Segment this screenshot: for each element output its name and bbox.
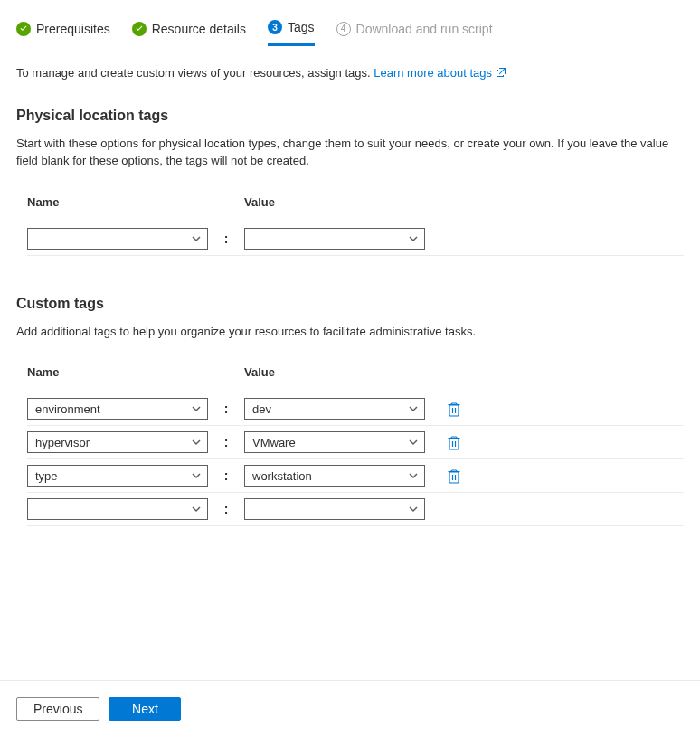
physical-tags-header: Name Value <box>27 195 684 209</box>
separator: : <box>208 468 244 483</box>
column-value-header: Value <box>244 365 275 379</box>
separator: : <box>208 231 244 246</box>
intro-text: To manage and create custom views of you… <box>16 64 684 82</box>
custom-tag-value-combobox[interactable]: VMware <box>244 431 425 453</box>
combobox-value: environment <box>35 402 100 416</box>
chevron-down-icon <box>191 470 202 481</box>
wizard-steps: Prerequisites Resource details 3 Tags 4 … <box>16 16 684 46</box>
chevron-down-icon <box>408 470 419 481</box>
step-download-run-script[interactable]: 4 Download and run script <box>336 18 493 45</box>
external-link-icon <box>496 65 506 76</box>
chevron-down-icon <box>408 504 419 515</box>
separator: : <box>208 502 244 516</box>
learn-more-link[interactable]: Learn more about tags <box>374 66 506 80</box>
custom-tag-value-combobox[interactable]: dev <box>244 398 425 420</box>
physical-location-help: Start with these options for physical lo… <box>16 135 684 170</box>
combobox-value: dev <box>252 402 271 416</box>
physical-tag-value-combobox[interactable] <box>244 228 425 250</box>
separator: : <box>208 435 244 449</box>
chevron-down-icon <box>191 233 202 244</box>
custom-tags-help: Add additional tags to help you organize… <box>16 323 684 341</box>
link-text: Learn more about tags <box>374 66 492 80</box>
step-resource-details[interactable]: Resource details <box>132 18 246 45</box>
physical-tag-name-combobox[interactable] <box>27 228 208 250</box>
custom-tag-value-combobox[interactable] <box>244 498 425 520</box>
column-value-header: Value <box>244 195 275 209</box>
combobox-value: hypervisor <box>35 436 90 449</box>
step-label: Prerequisites <box>36 22 110 36</box>
tag-row: hypervisor:VMware <box>27 425 684 458</box>
check-icon <box>16 22 31 36</box>
step-number-icon: 3 <box>268 20 282 34</box>
delete-tag-button[interactable] <box>447 468 461 484</box>
custom-tag-name-combobox[interactable] <box>27 498 208 520</box>
step-tags[interactable]: 3 Tags <box>268 16 315 46</box>
chevron-down-icon <box>408 233 419 244</box>
step-number-icon: 4 <box>336 22 351 36</box>
chevron-down-icon <box>408 437 419 448</box>
delete-tag-button[interactable] <box>447 401 461 417</box>
next-button[interactable]: Next <box>109 697 181 721</box>
custom-tags-header: Name Value <box>27 365 684 379</box>
physical-location-heading: Physical location tags <box>16 108 684 124</box>
custom-tag-name-combobox[interactable]: environment <box>27 398 208 420</box>
separator: : <box>208 402 244 416</box>
tag-row: : <box>27 492 684 526</box>
custom-tags-block: Name Value environment:devhypervisor:VMw… <box>27 365 684 526</box>
tag-row: environment:dev <box>27 392 684 425</box>
chevron-down-icon <box>191 403 202 414</box>
delete-tag-button[interactable] <box>447 434 461 450</box>
custom-tag-name-combobox[interactable]: hypervisor <box>27 431 208 453</box>
combobox-value: workstation <box>252 469 312 483</box>
tag-row: type:workstation <box>27 458 684 492</box>
column-name-header: Name <box>27 195 244 209</box>
custom-tag-value-combobox[interactable]: workstation <box>244 465 425 487</box>
custom-tags-heading: Custom tags <box>16 296 684 312</box>
step-prerequisites[interactable]: Prerequisites <box>16 18 110 45</box>
step-label: Download and run script <box>356 22 493 36</box>
tag-row: : <box>27 222 684 256</box>
column-name-header: Name <box>27 365 244 379</box>
custom-tag-name-combobox[interactable]: type <box>27 465 208 487</box>
chevron-down-icon <box>191 504 202 515</box>
wizard-footer: Previous Next <box>0 680 700 737</box>
physical-tags-block: Name Value : <box>27 195 684 256</box>
step-label: Resource details <box>152 22 246 36</box>
chevron-down-icon <box>191 437 202 448</box>
combobox-value: VMware <box>252 436 296 449</box>
intro-text-body: To manage and create custom views of you… <box>16 66 374 80</box>
combobox-value: type <box>35 469 58 483</box>
step-label: Tags <box>288 20 315 34</box>
chevron-down-icon <box>408 403 419 414</box>
check-icon <box>132 22 147 36</box>
previous-button[interactable]: Previous <box>16 697 99 721</box>
